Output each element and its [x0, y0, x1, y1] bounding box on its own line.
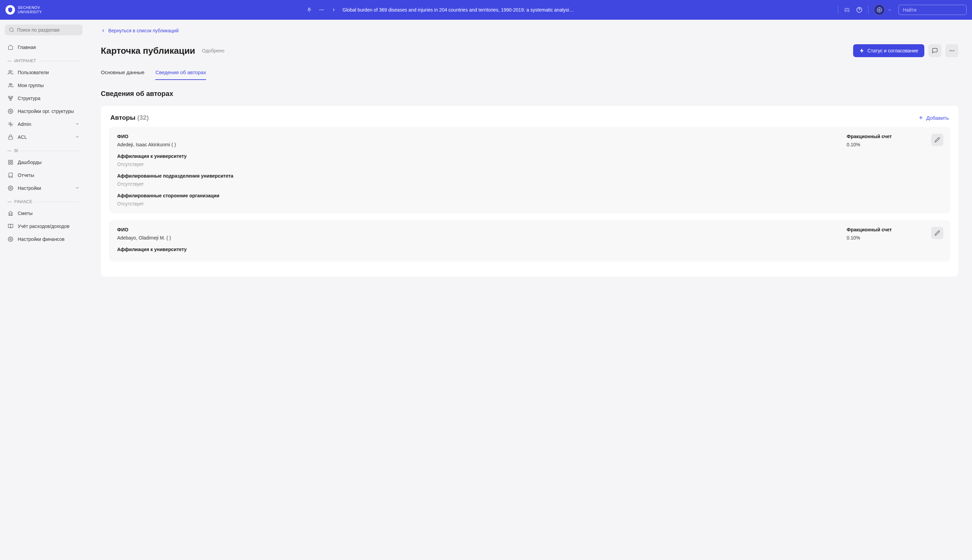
svg-point-2 — [323, 10, 323, 10]
svg-point-9 — [10, 84, 12, 85]
tab-authors[interactable]: Сведения об авторах — [155, 65, 206, 80]
sidebar-search-input[interactable] — [17, 27, 78, 33]
field-label-affil-uni: Аффилиация к университету — [117, 153, 942, 159]
pencil-icon — [935, 137, 940, 143]
sidebar-item-budgets[interactable]: Сметы — [5, 207, 82, 220]
user-menu[interactable] — [874, 4, 893, 15]
sidebar-item-finance-settings[interactable]: Настройки финансов — [5, 233, 82, 246]
status-badge: Одобрено — [202, 48, 224, 53]
sidebar-item-label: Admin — [18, 122, 31, 127]
gear-icon — [7, 108, 13, 114]
sidebar-item-admin[interactable]: Admin — [5, 118, 82, 131]
search-icon — [9, 27, 14, 33]
sidebar-item-label: Учёт расходов/доходов — [18, 223, 69, 229]
header-search[interactable] — [898, 5, 967, 15]
sidebar-item-accounting[interactable]: Учёт расходов/доходов — [5, 220, 82, 233]
admin-icon — [7, 121, 13, 127]
groups-icon — [7, 82, 13, 88]
pin-icon[interactable] — [306, 7, 313, 13]
gear-icon — [7, 236, 13, 242]
users-icon — [7, 69, 13, 75]
divider — [838, 6, 838, 14]
reports-icon — [7, 172, 13, 178]
edit-author-button[interactable] — [931, 227, 944, 239]
svg-rect-16 — [8, 160, 10, 162]
field-label-frac: Фракционный счет — [847, 227, 942, 232]
svg-point-1 — [321, 10, 322, 10]
affil-dept-value: Отсутствует — [117, 181, 942, 187]
sidebar-section-intranet: —ИНТРАНЕТ — [5, 54, 82, 66]
plus-icon — [918, 115, 923, 120]
sidebar-item-org-settings[interactable]: Настройки орг. структуры — [5, 105, 82, 118]
edit-author-button[interactable] — [931, 134, 944, 146]
sidebar-item-users[interactable]: Пользователи — [5, 66, 82, 79]
section-title: Сведения об авторах — [101, 90, 959, 98]
dashboard-icon — [7, 159, 13, 165]
field-label-affil-uni: Аффилиация к университету — [117, 247, 942, 252]
avatar — [874, 4, 885, 15]
sidebar-search[interactable] — [5, 25, 82, 35]
field-label-frac: Фракционный счет — [847, 134, 942, 139]
more-icon — [949, 48, 955, 54]
back-link[interactable]: Вернуться в список публикаций — [101, 28, 179, 33]
lightning-icon — [859, 48, 865, 53]
svg-point-24 — [953, 50, 954, 52]
svg-rect-10 — [8, 96, 10, 98]
svg-rect-12 — [10, 99, 11, 100]
sidebar-item-home[interactable]: Главная — [5, 41, 82, 54]
affil-ext-value: Отсутствует — [117, 201, 942, 207]
author-card: ФИО Adebayo, Oladimeji M. ( ) Фракционны… — [109, 220, 950, 262]
sidebar-item-bi-settings[interactable]: Настройки — [5, 182, 82, 195]
help-icon[interactable] — [856, 7, 863, 13]
chevron-right-icon[interactable] — [330, 7, 337, 13]
svg-point-23 — [952, 50, 953, 52]
svg-rect-11 — [11, 96, 13, 98]
sidebar-item-groups[interactable]: Мои группы — [5, 79, 82, 92]
author-name: Adebayo, Oladimeji M. ( ) — [117, 235, 820, 240]
add-author-button[interactable]: Добавить — [918, 115, 949, 121]
sidebar-item-acl[interactable]: ACL — [5, 131, 82, 143]
bank-icon — [7, 210, 13, 217]
lock-icon — [7, 134, 13, 140]
sidebar-item-label: Отчеты — [18, 172, 34, 178]
field-label-fio: ФИО — [117, 134, 820, 139]
home-icon — [7, 44, 13, 50]
sidebar-item-label: Настройки орг. структуры — [18, 108, 74, 114]
author-name: Adedeji, Isaac Akinkunmi ( ) — [117, 142, 820, 147]
author-frac: 0.10% — [847, 142, 942, 147]
more-button[interactable] — [945, 44, 959, 57]
chevron-left-icon — [101, 28, 105, 33]
svg-point-22 — [950, 50, 950, 52]
header-search-input[interactable] — [903, 7, 962, 13]
sidebar-item-label: Пользователи — [18, 70, 49, 75]
more-icon[interactable] — [318, 7, 325, 13]
svg-point-21 — [10, 238, 11, 240]
svg-rect-18 — [11, 163, 13, 164]
sidebar-item-reports[interactable]: Отчеты — [5, 169, 82, 182]
tabs: Основные данные Сведения об авторах — [101, 65, 959, 80]
svg-point-13 — [10, 110, 11, 112]
sliders-icon[interactable] — [843, 7, 850, 13]
sidebar: Главная —ИНТРАНЕТ Пользователи Мои групп… — [0, 20, 87, 560]
comment-button[interactable] — [929, 44, 941, 57]
logo[interactable]: SECHENOV UNIVERSITY — [5, 5, 42, 15]
svg-rect-17 — [11, 160, 13, 162]
chevron-down-icon — [75, 122, 80, 127]
page-title: Карточка публикации — [101, 46, 195, 56]
comment-icon — [932, 48, 938, 54]
svg-point-0 — [320, 10, 321, 10]
sidebar-item-dashboards[interactable]: Дашборды — [5, 156, 82, 169]
svg-point-4 — [879, 9, 880, 11]
sidebar-item-label: Настройки — [18, 185, 41, 191]
sidebar-item-label: ACL — [18, 134, 27, 140]
tab-main-data[interactable]: Основные данные — [101, 65, 144, 80]
sidebar-section-finance: —FINANCE — [5, 195, 82, 207]
divider — [868, 6, 868, 14]
chevron-down-icon — [75, 185, 80, 191]
breadcrumb: Global burden of 369 diseases and injuri… — [343, 7, 574, 13]
status-button[interactable]: Статус и согласование — [853, 44, 924, 57]
logo-icon — [5, 5, 15, 15]
gear-icon — [7, 185, 13, 191]
sidebar-item-label: Настройки финансов — [18, 237, 65, 242]
sidebar-item-structure[interactable]: Структура — [5, 92, 82, 105]
